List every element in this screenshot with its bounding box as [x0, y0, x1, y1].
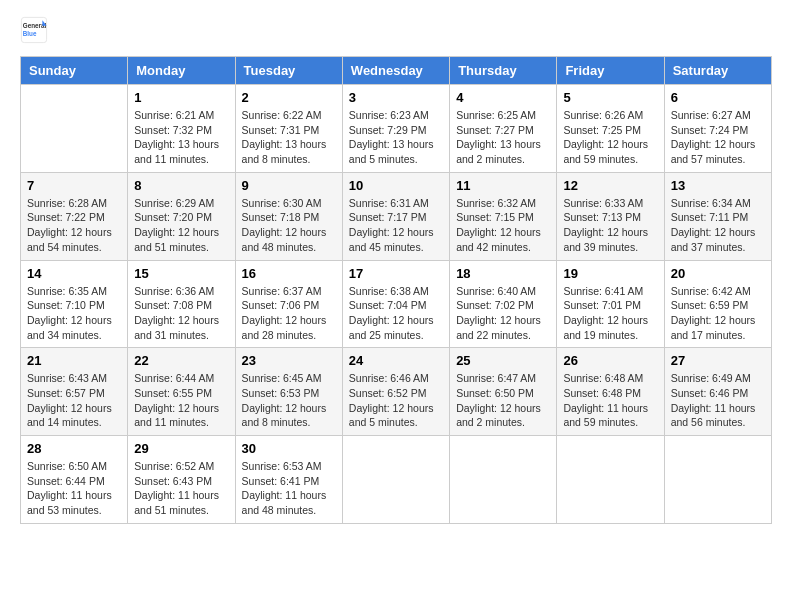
- calendar-cell: 7Sunrise: 6:28 AMSunset: 7:22 PMDaylight…: [21, 172, 128, 260]
- col-header-thursday: Thursday: [450, 57, 557, 85]
- day-number: 30: [242, 441, 336, 456]
- calendar-cell: 12Sunrise: 6:33 AMSunset: 7:13 PMDayligh…: [557, 172, 664, 260]
- calendar-cell: [664, 436, 771, 524]
- day-info: Sunrise: 6:42 AMSunset: 6:59 PMDaylight:…: [671, 284, 765, 343]
- day-number: 28: [27, 441, 121, 456]
- calendar-cell: [342, 436, 449, 524]
- col-header-wednesday: Wednesday: [342, 57, 449, 85]
- calendar-cell: 16Sunrise: 6:37 AMSunset: 7:06 PMDayligh…: [235, 260, 342, 348]
- day-number: 1: [134, 90, 228, 105]
- calendar-cell: 14Sunrise: 6:35 AMSunset: 7:10 PMDayligh…: [21, 260, 128, 348]
- calendar-cell: 8Sunrise: 6:29 AMSunset: 7:20 PMDaylight…: [128, 172, 235, 260]
- calendar-cell: 27Sunrise: 6:49 AMSunset: 6:46 PMDayligh…: [664, 348, 771, 436]
- day-number: 17: [349, 266, 443, 281]
- day-number: 13: [671, 178, 765, 193]
- day-info: Sunrise: 6:28 AMSunset: 7:22 PMDaylight:…: [27, 196, 121, 255]
- calendar-cell: 20Sunrise: 6:42 AMSunset: 6:59 PMDayligh…: [664, 260, 771, 348]
- day-info: Sunrise: 6:37 AMSunset: 7:06 PMDaylight:…: [242, 284, 336, 343]
- day-number: 11: [456, 178, 550, 193]
- day-number: 14: [27, 266, 121, 281]
- calendar-table: SundayMondayTuesdayWednesdayThursdayFrid…: [20, 56, 772, 524]
- calendar-cell: [21, 85, 128, 173]
- calendar-cell: 29Sunrise: 6:52 AMSunset: 6:43 PMDayligh…: [128, 436, 235, 524]
- page-header: General Blue: [20, 16, 772, 44]
- day-info: Sunrise: 6:49 AMSunset: 6:46 PMDaylight:…: [671, 371, 765, 430]
- calendar-cell: 21Sunrise: 6:43 AMSunset: 6:57 PMDayligh…: [21, 348, 128, 436]
- day-info: Sunrise: 6:45 AMSunset: 6:53 PMDaylight:…: [242, 371, 336, 430]
- day-number: 24: [349, 353, 443, 368]
- calendar-header-row: SundayMondayTuesdayWednesdayThursdayFrid…: [21, 57, 772, 85]
- day-number: 4: [456, 90, 550, 105]
- day-number: 3: [349, 90, 443, 105]
- col-header-tuesday: Tuesday: [235, 57, 342, 85]
- day-info: Sunrise: 6:23 AMSunset: 7:29 PMDaylight:…: [349, 108, 443, 167]
- day-info: Sunrise: 6:33 AMSunset: 7:13 PMDaylight:…: [563, 196, 657, 255]
- day-info: Sunrise: 6:32 AMSunset: 7:15 PMDaylight:…: [456, 196, 550, 255]
- day-number: 27: [671, 353, 765, 368]
- calendar-cell: 26Sunrise: 6:48 AMSunset: 6:48 PMDayligh…: [557, 348, 664, 436]
- day-info: Sunrise: 6:29 AMSunset: 7:20 PMDaylight:…: [134, 196, 228, 255]
- logo-icon: General Blue: [20, 16, 48, 44]
- calendar-week-row: 21Sunrise: 6:43 AMSunset: 6:57 PMDayligh…: [21, 348, 772, 436]
- calendar-cell: 19Sunrise: 6:41 AMSunset: 7:01 PMDayligh…: [557, 260, 664, 348]
- calendar-cell: 6Sunrise: 6:27 AMSunset: 7:24 PMDaylight…: [664, 85, 771, 173]
- calendar-week-row: 7Sunrise: 6:28 AMSunset: 7:22 PMDaylight…: [21, 172, 772, 260]
- day-number: 18: [456, 266, 550, 281]
- day-number: 10: [349, 178, 443, 193]
- col-header-friday: Friday: [557, 57, 664, 85]
- calendar-week-row: 14Sunrise: 6:35 AMSunset: 7:10 PMDayligh…: [21, 260, 772, 348]
- day-number: 22: [134, 353, 228, 368]
- day-info: Sunrise: 6:25 AMSunset: 7:27 PMDaylight:…: [456, 108, 550, 167]
- calendar-cell: 30Sunrise: 6:53 AMSunset: 6:41 PMDayligh…: [235, 436, 342, 524]
- logo: General Blue: [20, 16, 52, 44]
- calendar-cell: 18Sunrise: 6:40 AMSunset: 7:02 PMDayligh…: [450, 260, 557, 348]
- calendar-cell: 4Sunrise: 6:25 AMSunset: 7:27 PMDaylight…: [450, 85, 557, 173]
- day-info: Sunrise: 6:30 AMSunset: 7:18 PMDaylight:…: [242, 196, 336, 255]
- day-info: Sunrise: 6:44 AMSunset: 6:55 PMDaylight:…: [134, 371, 228, 430]
- calendar-week-row: 28Sunrise: 6:50 AMSunset: 6:44 PMDayligh…: [21, 436, 772, 524]
- calendar-cell: 28Sunrise: 6:50 AMSunset: 6:44 PMDayligh…: [21, 436, 128, 524]
- day-info: Sunrise: 6:53 AMSunset: 6:41 PMDaylight:…: [242, 459, 336, 518]
- col-header-saturday: Saturday: [664, 57, 771, 85]
- day-info: Sunrise: 6:22 AMSunset: 7:31 PMDaylight:…: [242, 108, 336, 167]
- calendar-body: 1Sunrise: 6:21 AMSunset: 7:32 PMDaylight…: [21, 85, 772, 524]
- day-info: Sunrise: 6:35 AMSunset: 7:10 PMDaylight:…: [27, 284, 121, 343]
- calendar-cell: 13Sunrise: 6:34 AMSunset: 7:11 PMDayligh…: [664, 172, 771, 260]
- day-number: 12: [563, 178, 657, 193]
- day-number: 26: [563, 353, 657, 368]
- day-number: 20: [671, 266, 765, 281]
- day-info: Sunrise: 6:38 AMSunset: 7:04 PMDaylight:…: [349, 284, 443, 343]
- day-number: 16: [242, 266, 336, 281]
- day-info: Sunrise: 6:34 AMSunset: 7:11 PMDaylight:…: [671, 196, 765, 255]
- day-number: 23: [242, 353, 336, 368]
- day-info: Sunrise: 6:50 AMSunset: 6:44 PMDaylight:…: [27, 459, 121, 518]
- calendar-cell: 5Sunrise: 6:26 AMSunset: 7:25 PMDaylight…: [557, 85, 664, 173]
- calendar-cell: 22Sunrise: 6:44 AMSunset: 6:55 PMDayligh…: [128, 348, 235, 436]
- calendar-cell: 2Sunrise: 6:22 AMSunset: 7:31 PMDaylight…: [235, 85, 342, 173]
- day-info: Sunrise: 6:36 AMSunset: 7:08 PMDaylight:…: [134, 284, 228, 343]
- day-info: Sunrise: 6:40 AMSunset: 7:02 PMDaylight:…: [456, 284, 550, 343]
- calendar-cell: [450, 436, 557, 524]
- day-number: 19: [563, 266, 657, 281]
- day-info: Sunrise: 6:41 AMSunset: 7:01 PMDaylight:…: [563, 284, 657, 343]
- calendar-week-row: 1Sunrise: 6:21 AMSunset: 7:32 PMDaylight…: [21, 85, 772, 173]
- calendar-cell: 9Sunrise: 6:30 AMSunset: 7:18 PMDaylight…: [235, 172, 342, 260]
- calendar-cell: 23Sunrise: 6:45 AMSunset: 6:53 PMDayligh…: [235, 348, 342, 436]
- calendar-cell: 11Sunrise: 6:32 AMSunset: 7:15 PMDayligh…: [450, 172, 557, 260]
- day-number: 6: [671, 90, 765, 105]
- calendar-cell: 25Sunrise: 6:47 AMSunset: 6:50 PMDayligh…: [450, 348, 557, 436]
- day-info: Sunrise: 6:46 AMSunset: 6:52 PMDaylight:…: [349, 371, 443, 430]
- day-number: 21: [27, 353, 121, 368]
- day-info: Sunrise: 6:31 AMSunset: 7:17 PMDaylight:…: [349, 196, 443, 255]
- col-header-monday: Monday: [128, 57, 235, 85]
- day-info: Sunrise: 6:43 AMSunset: 6:57 PMDaylight:…: [27, 371, 121, 430]
- day-number: 9: [242, 178, 336, 193]
- day-info: Sunrise: 6:47 AMSunset: 6:50 PMDaylight:…: [456, 371, 550, 430]
- day-info: Sunrise: 6:21 AMSunset: 7:32 PMDaylight:…: [134, 108, 228, 167]
- day-info: Sunrise: 6:27 AMSunset: 7:24 PMDaylight:…: [671, 108, 765, 167]
- day-number: 25: [456, 353, 550, 368]
- day-number: 2: [242, 90, 336, 105]
- day-number: 15: [134, 266, 228, 281]
- calendar-cell: 15Sunrise: 6:36 AMSunset: 7:08 PMDayligh…: [128, 260, 235, 348]
- col-header-sunday: Sunday: [21, 57, 128, 85]
